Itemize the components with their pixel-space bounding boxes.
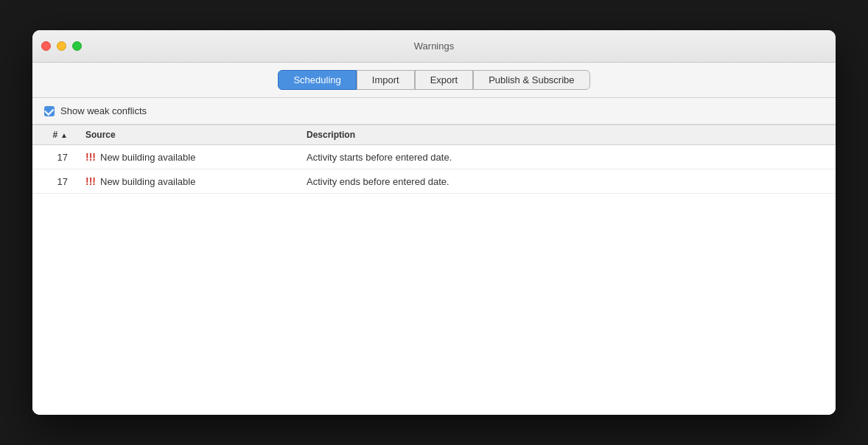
table-header-row: # ▲ Source Description — [32, 125, 836, 145]
close-button[interactable] — [41, 41, 51, 51]
row-description: Activity starts before entered date. — [298, 145, 836, 169]
col-header-description[interactable]: Description — [298, 125, 836, 145]
filter-bar: Show weak conflicts — [32, 98, 836, 125]
show-weak-conflicts-checkbox[interactable]: Show weak conflicts — [44, 105, 147, 116]
checkbox-label: Show weak conflicts — [60, 105, 147, 116]
source-text: New building available — [100, 152, 195, 163]
col-header-source[interactable]: Source — [77, 125, 298, 145]
row-num: 17 — [32, 169, 77, 194]
source-text: New building available — [100, 176, 195, 187]
row-description: Activity ends before entered date. — [298, 169, 836, 194]
tab-scheduling[interactable]: Scheduling — [278, 70, 356, 90]
sort-arrow-icon: ▲ — [60, 131, 68, 139]
row-source: !!! New building available — [77, 145, 298, 169]
warnings-table: # ▲ Source Description 17 !!! New buildi… — [32, 125, 836, 194]
tab-export[interactable]: Export — [415, 70, 474, 90]
tab-bar: Scheduling Import Export Publish & Subsc… — [32, 63, 836, 98]
tab-import[interactable]: Import — [357, 70, 415, 90]
table-container: # ▲ Source Description 17 !!! New buildi… — [32, 125, 836, 415]
checkbox-icon — [44, 106, 55, 116]
tab-publish-subscribe[interactable]: Publish & Subscribe — [473, 70, 589, 90]
empty-area — [32, 194, 836, 415]
table-row: 17 !!! New building available Activity s… — [32, 145, 836, 169]
window-title: Warnings — [414, 41, 454, 52]
warning-icon: !!! — [85, 175, 96, 187]
warning-icon: !!! — [85, 151, 96, 163]
col-header-num[interactable]: # ▲ — [32, 125, 77, 145]
traffic-lights — [41, 41, 82, 51]
table-row: 17 !!! New building available Activity e… — [32, 169, 836, 194]
titlebar: Warnings — [32, 30, 836, 63]
row-num: 17 — [32, 145, 77, 169]
row-source: !!! New building available — [77, 169, 298, 194]
warnings-window: Warnings Scheduling Import Export Publis… — [32, 30, 836, 415]
minimize-button[interactable] — [57, 41, 66, 51]
maximize-button[interactable] — [72, 41, 82, 51]
